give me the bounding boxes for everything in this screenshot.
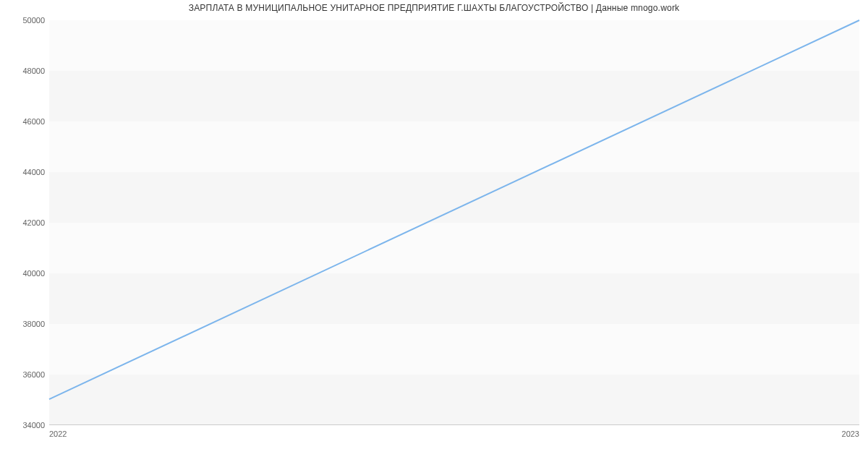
y-tick-4: 42000 [4,218,45,227]
y-tick-2: 38000 [4,320,45,328]
plot-area [49,20,859,425]
y-tick-0: 34000 [4,421,45,430]
y-tick-8: 50000 [4,16,45,25]
y-tick-1: 36000 [4,370,45,379]
y-tick-6: 46000 [4,117,45,126]
x-tick-1: 2023 [842,430,859,438]
line-layer [49,20,859,424]
y-tick-3: 40000 [4,269,45,278]
y-tick-7: 48000 [4,67,45,75]
y-tick-5: 44000 [4,168,45,176]
salary-chart: ЗАРПЛАТА В МУНИЦИПАЛЬНОЕ УНИТАРНОЕ ПРЕДП… [0,0,868,470]
chart-title: ЗАРПЛАТА В МУНИЦИПАЛЬНОЕ УНИТАРНОЕ ПРЕДП… [0,3,868,13]
x-tick-0: 2022 [49,430,67,438]
series-line [49,20,859,399]
